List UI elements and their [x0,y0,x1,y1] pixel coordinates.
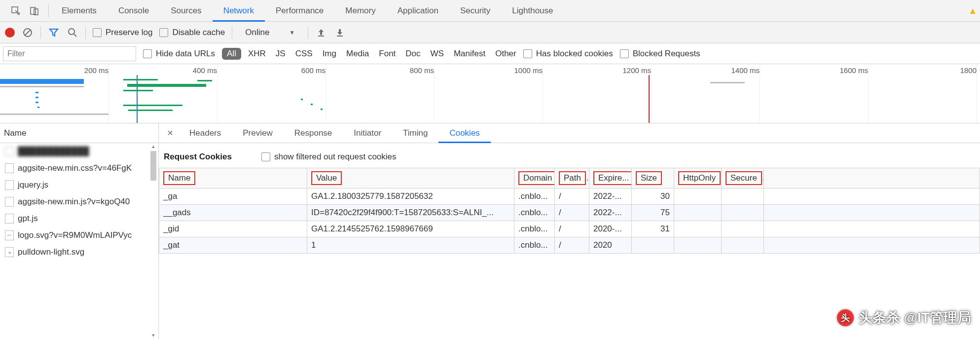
cookie-col-path[interactable]: Path [555,168,589,188]
search-icon[interactable] [67,27,78,38]
timeline-tick: 1200 ms [622,66,651,75]
request-cookies-header: Request Cookies show filtered out reques… [159,143,980,168]
cookie-cell [764,205,980,221]
tab-console[interactable]: Console [108,0,160,22]
request-list-scrollbar[interactable]: ▴ ▾ [149,143,157,339]
request-name: logo.svg?v=R9M0WmLAIPVyc [18,230,132,240]
svg-rect-7 [318,36,324,37]
filter-type-js[interactable]: JS [276,49,286,59]
tab-memory[interactable]: Memory [334,0,386,22]
request-row[interactable]: pulldown-light.svg [0,244,158,261]
cookie-cell: / [555,221,589,237]
hide-data-urls-checkbox[interactable]: Hide data URLs [143,49,215,59]
timeline-tick: 1000 ms [514,66,543,75]
cookie-col-secure[interactable]: Secure [722,168,764,188]
cookie-col-httponly[interactable]: HttpOnly [674,168,722,188]
filter-type-doc[interactable]: Doc [405,49,420,59]
filter-type-font[interactable]: Font [379,49,396,59]
cookie-cell: 31 [632,221,674,237]
svg-line-4 [25,30,31,36]
timeline-overview[interactable]: 200 ms400 ms600 ms800 ms1000 ms1200 ms14… [0,64,980,123]
has-blocked-cookies-checkbox[interactable]: Has blocked cookies [523,49,613,59]
device-toggle-icon[interactable] [29,5,40,17]
inspect-icon[interactable] [10,5,22,17]
file-icon [5,247,14,257]
tab-elements[interactable]: Elements [51,0,108,22]
filter-type-other[interactable]: Other [495,49,516,59]
request-row[interactable]: aggsite-new.min.js?v=kgoQ40 [0,193,158,210]
filter-type-manifest[interactable]: Manifest [454,49,485,59]
tab-application[interactable]: Application [387,0,449,22]
detail-tab-response[interactable]: Response [284,123,343,143]
detail-tab-timing[interactable]: Timing [392,123,438,143]
cookie-col-size[interactable]: Size [632,168,674,188]
cookie-cell [722,237,764,254]
svg-rect-8 [337,36,343,37]
scroll-thumb[interactable] [150,151,156,181]
filter-type-xhr[interactable]: XHR [248,49,266,59]
cookie-col-name[interactable]: Name [159,168,307,188]
scroll-down-icon[interactable]: ▾ [150,332,156,339]
request-row[interactable]: ████████████ [0,143,158,160]
cookie-row[interactable]: _gat1.cnblo.../2020 [159,237,980,254]
disable-cache-checkbox[interactable]: Disable cache [159,28,225,38]
request-list-pane: Name ████████████aggsite-new.min.css?v=4… [0,123,159,339]
tab-sources[interactable]: Sources [160,0,212,22]
filter-type-media[interactable]: Media [346,49,369,59]
section-title: Request Cookies [164,152,232,162]
detail-tab-cookies[interactable]: Cookies [438,123,490,143]
clear-icon[interactable] [22,27,34,38]
cookie-row[interactable]: __gadsID=87420c2f29f4f900:T=1587205633:S… [159,205,980,221]
filter-input[interactable] [3,46,136,61]
request-detail-pane: × HeadersPreviewResponseInitiatorTimingC… [159,123,980,339]
request-row[interactable]: logo.svg?v=R9M0WmLAIPVyc [0,227,158,244]
throttling-selector[interactable]: Online ▼ [239,28,301,38]
cookie-row[interactable]: _gidGA1.2.2145525762.1598967669.cnblo...… [159,221,980,237]
cookie-row[interactable]: _gaGA1.2.1800325779.1587205632.cnblo.../… [159,188,980,205]
timeline-tick: 1600 ms [839,66,868,75]
request-row[interactable]: gpt.js [0,210,158,227]
cookie-cell: / [555,188,589,205]
timeline-tick: 600 ms [301,66,326,75]
cookie-cell [632,237,674,254]
cookie-col-expire[interactable]: Expire... [589,168,632,188]
cookie-cell: GA1.2.1800325779.1587205632 [307,188,514,205]
separator [85,26,86,39]
blocked-requests-checkbox[interactable]: Blocked Requests [620,49,700,59]
detail-tab-headers[interactable]: Headers [179,123,232,143]
filter-type-css[interactable]: CSS [295,49,313,59]
detail-tab-initiator[interactable]: Initiator [343,123,392,143]
show-filtered-checkbox[interactable]: show filtered out request cookies [261,152,397,162]
upload-har-icon[interactable] [315,27,327,38]
filter-type-img[interactable]: Img [323,49,336,59]
file-icon [5,230,14,240]
filter-type-ws[interactable]: WS [431,49,444,59]
request-name: jquery.js [18,180,48,190]
warning-icon[interactable]: ▲ [968,6,977,16]
request-row[interactable]: jquery.js [0,177,158,193]
tab-performance[interactable]: Performance [265,0,334,22]
cookie-col-domain[interactable]: Domain [514,168,555,188]
throttling-value: Online [245,28,269,38]
cookie-col-value[interactable]: Value [307,168,514,188]
cookies-body: _gaGA1.2.1800325779.1587205632.cnblo.../… [159,188,980,254]
file-icon [5,180,14,190]
tab-lighthouse[interactable]: Lighthouse [501,0,564,22]
cookie-cell: _gat [159,237,307,254]
record-button[interactable] [5,28,15,38]
cookie-cell [674,205,722,221]
tab-security[interactable]: Security [449,0,501,22]
cookie-cell [764,221,980,237]
tab-network[interactable]: Network [213,0,265,22]
close-detail-button[interactable]: × [162,127,179,139]
download-har-icon[interactable] [334,27,346,38]
detail-tab-preview[interactable]: Preview [232,123,283,143]
has-blocked-label: Has blocked cookies [536,49,613,59]
separator [232,26,232,39]
filter-all-button[interactable]: All [222,48,241,60]
filter-icon[interactable] [48,27,60,38]
scroll-up-icon[interactable]: ▴ [150,143,156,150]
separator [40,26,41,39]
request-row[interactable]: aggsite-new.min.css?v=46FgK [0,160,158,177]
preserve-log-checkbox[interactable]: Preserve log [93,28,152,38]
